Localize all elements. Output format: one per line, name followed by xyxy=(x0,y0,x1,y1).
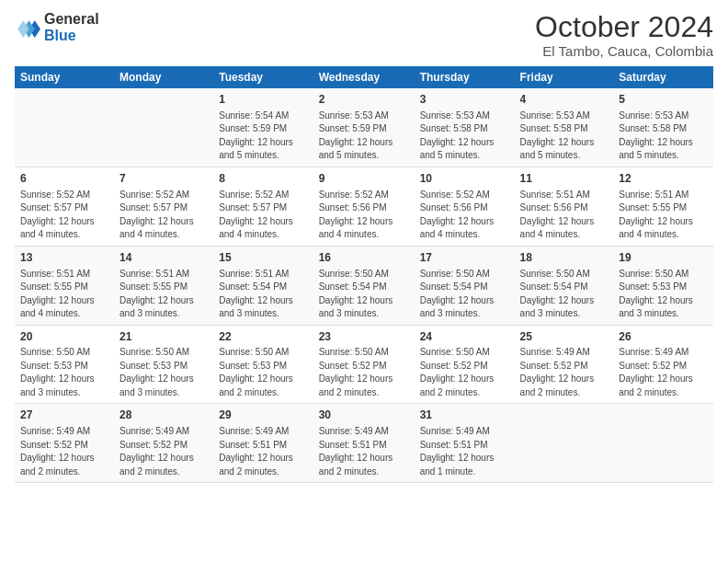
day-number: 6 xyxy=(20,171,108,187)
col-sunday: Sunday xyxy=(15,66,114,88)
header-row: Sunday Monday Tuesday Wednesday Thursday… xyxy=(15,66,713,88)
day-number: 25 xyxy=(520,329,609,345)
day-details: Sunrise: 5:52 AM Sunset: 5:57 PM Dayligh… xyxy=(119,189,208,242)
day-cell xyxy=(613,404,713,483)
day-cell: 15Sunrise: 5:51 AM Sunset: 5:54 PM Dayli… xyxy=(213,246,313,325)
day-number: 24 xyxy=(420,329,509,345)
day-details: Sunrise: 5:53 AM Sunset: 5:58 PM Dayligh… xyxy=(420,109,509,163)
day-details: Sunrise: 5:49 AM Sunset: 5:51 PM Dayligh… xyxy=(420,425,509,478)
day-cell: 16Sunrise: 5:50 AM Sunset: 5:54 PM Dayli… xyxy=(313,246,415,325)
day-details: Sunrise: 5:49 AM Sunset: 5:52 PM Dayligh… xyxy=(520,346,609,399)
day-details: Sunrise: 5:49 AM Sunset: 5:52 PM Dayligh… xyxy=(119,425,208,478)
day-cell: 11Sunrise: 5:51 AM Sunset: 5:56 PM Dayli… xyxy=(515,167,614,246)
day-details: Sunrise: 5:54 AM Sunset: 5:59 PM Dayligh… xyxy=(219,109,307,163)
day-cell: 26Sunrise: 5:49 AM Sunset: 5:52 PM Dayli… xyxy=(613,325,713,404)
subtitle: El Tambo, Cauca, Colombia xyxy=(535,43,713,59)
day-number: 3 xyxy=(420,92,509,108)
day-number: 2 xyxy=(319,92,409,108)
logo-general: General xyxy=(44,11,99,27)
day-number: 7 xyxy=(119,171,208,187)
day-cell: 1Sunrise: 5:54 AM Sunset: 5:59 PM Daylig… xyxy=(213,88,313,167)
day-details: Sunrise: 5:53 AM Sunset: 5:58 PM Dayligh… xyxy=(520,109,609,163)
day-number: 4 xyxy=(520,92,609,108)
day-details: Sunrise: 5:50 AM Sunset: 5:53 PM Dayligh… xyxy=(20,346,108,399)
day-cell xyxy=(515,404,614,483)
day-cell: 31Sunrise: 5:49 AM Sunset: 5:51 PM Dayli… xyxy=(415,404,515,483)
day-cell: 24Sunrise: 5:50 AM Sunset: 5:52 PM Dayli… xyxy=(415,325,515,404)
day-cell: 19Sunrise: 5:50 AM Sunset: 5:53 PM Dayli… xyxy=(613,246,713,325)
title-block: October 2024 El Tambo, Cauca, Colombia xyxy=(535,11,713,59)
day-number: 27 xyxy=(20,408,108,423)
header: General Blue October 2024 El Tambo, Cauc… xyxy=(15,11,713,59)
day-number: 20 xyxy=(20,329,108,345)
day-number: 18 xyxy=(520,250,609,266)
day-number: 9 xyxy=(319,171,409,187)
day-number: 1 xyxy=(219,92,307,108)
day-cell: 18Sunrise: 5:50 AM Sunset: 5:54 PM Dayli… xyxy=(515,246,614,325)
week-row-5: 27Sunrise: 5:49 AM Sunset: 5:52 PM Dayli… xyxy=(15,404,713,483)
day-cell: 10Sunrise: 5:52 AM Sunset: 5:56 PM Dayli… xyxy=(415,167,515,246)
day-number: 12 xyxy=(619,171,708,187)
day-details: Sunrise: 5:52 AM Sunset: 5:56 PM Dayligh… xyxy=(319,189,409,242)
week-row-3: 13Sunrise: 5:51 AM Sunset: 5:55 PM Dayli… xyxy=(15,246,713,325)
day-number: 17 xyxy=(420,250,509,266)
day-number: 10 xyxy=(420,171,509,187)
day-cell: 17Sunrise: 5:50 AM Sunset: 5:54 PM Dayli… xyxy=(415,246,515,325)
main-title: October 2024 xyxy=(535,11,713,43)
day-details: Sunrise: 5:51 AM Sunset: 5:56 PM Dayligh… xyxy=(520,189,609,242)
day-cell: 3Sunrise: 5:53 AM Sunset: 5:58 PM Daylig… xyxy=(415,88,515,167)
day-cell xyxy=(15,88,114,167)
logo-blue: Blue xyxy=(44,28,76,43)
col-friday: Friday xyxy=(515,66,614,88)
day-details: Sunrise: 5:49 AM Sunset: 5:51 PM Dayligh… xyxy=(319,425,409,478)
day-details: Sunrise: 5:49 AM Sunset: 5:51 PM Dayligh… xyxy=(219,425,307,478)
day-details: Sunrise: 5:51 AM Sunset: 5:55 PM Dayligh… xyxy=(119,268,208,321)
day-details: Sunrise: 5:51 AM Sunset: 5:54 PM Dayligh… xyxy=(219,268,307,321)
col-thursday: Thursday xyxy=(415,66,515,88)
day-details: Sunrise: 5:51 AM Sunset: 5:55 PM Dayligh… xyxy=(20,268,108,321)
week-row-4: 20Sunrise: 5:50 AM Sunset: 5:53 PM Dayli… xyxy=(15,325,713,404)
logo-icon xyxy=(15,15,40,40)
day-cell: 2Sunrise: 5:53 AM Sunset: 5:59 PM Daylig… xyxy=(313,88,415,167)
day-details: Sunrise: 5:52 AM Sunset: 5:56 PM Dayligh… xyxy=(420,189,509,242)
day-number: 21 xyxy=(119,329,208,345)
day-number: 5 xyxy=(619,92,708,108)
col-saturday: Saturday xyxy=(613,66,713,88)
day-cell: 12Sunrise: 5:51 AM Sunset: 5:55 PM Dayli… xyxy=(613,167,713,246)
col-wednesday: Wednesday xyxy=(313,66,415,88)
calendar-table: Sunday Monday Tuesday Wednesday Thursday… xyxy=(15,66,713,483)
day-cell: 30Sunrise: 5:49 AM Sunset: 5:51 PM Dayli… xyxy=(313,404,415,483)
day-details: Sunrise: 5:50 AM Sunset: 5:54 PM Dayligh… xyxy=(420,268,509,321)
day-details: Sunrise: 5:52 AM Sunset: 5:57 PM Dayligh… xyxy=(20,189,108,242)
day-number: 26 xyxy=(619,329,708,345)
day-cell: 22Sunrise: 5:50 AM Sunset: 5:53 PM Dayli… xyxy=(213,325,313,404)
day-details: Sunrise: 5:50 AM Sunset: 5:54 PM Dayligh… xyxy=(319,268,409,321)
day-details: Sunrise: 5:50 AM Sunset: 5:52 PM Dayligh… xyxy=(319,346,409,399)
day-cell: 27Sunrise: 5:49 AM Sunset: 5:52 PM Dayli… xyxy=(15,404,114,483)
day-cell: 5Sunrise: 5:53 AM Sunset: 5:58 PM Daylig… xyxy=(613,88,713,167)
day-number: 14 xyxy=(119,250,208,266)
day-number: 31 xyxy=(420,408,509,423)
day-number: 15 xyxy=(219,250,307,266)
logo-text: General Blue xyxy=(44,11,99,44)
day-number: 19 xyxy=(619,250,708,266)
day-number: 16 xyxy=(319,250,409,266)
day-number: 8 xyxy=(219,171,307,187)
day-details: Sunrise: 5:49 AM Sunset: 5:52 PM Dayligh… xyxy=(619,346,708,399)
day-details: Sunrise: 5:50 AM Sunset: 5:52 PM Dayligh… xyxy=(420,346,509,399)
day-details: Sunrise: 5:49 AM Sunset: 5:52 PM Dayligh… xyxy=(20,425,108,478)
svg-marker-2 xyxy=(17,20,28,38)
day-number: 11 xyxy=(520,171,609,187)
day-cell: 7Sunrise: 5:52 AM Sunset: 5:57 PM Daylig… xyxy=(114,167,213,246)
page: General Blue October 2024 El Tambo, Cauc… xyxy=(0,0,728,494)
day-cell: 13Sunrise: 5:51 AM Sunset: 5:55 PM Dayli… xyxy=(15,246,114,325)
day-details: Sunrise: 5:52 AM Sunset: 5:57 PM Dayligh… xyxy=(219,189,307,242)
day-number: 23 xyxy=(319,329,409,345)
day-cell: 6Sunrise: 5:52 AM Sunset: 5:57 PM Daylig… xyxy=(15,167,114,246)
day-cell: 21Sunrise: 5:50 AM Sunset: 5:53 PM Dayli… xyxy=(114,325,213,404)
day-cell: 28Sunrise: 5:49 AM Sunset: 5:52 PM Dayli… xyxy=(114,404,213,483)
day-details: Sunrise: 5:53 AM Sunset: 5:59 PM Dayligh… xyxy=(319,109,409,163)
day-cell xyxy=(114,88,213,167)
day-cell: 23Sunrise: 5:50 AM Sunset: 5:52 PM Dayli… xyxy=(313,325,415,404)
day-cell: 4Sunrise: 5:53 AM Sunset: 5:58 PM Daylig… xyxy=(515,88,614,167)
